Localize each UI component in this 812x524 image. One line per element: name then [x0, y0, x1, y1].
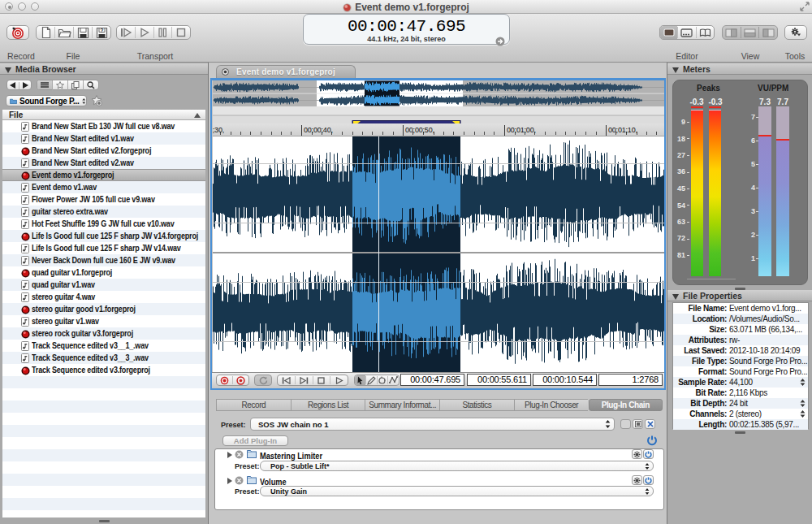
svg-text:?: ? [100, 27, 103, 32]
